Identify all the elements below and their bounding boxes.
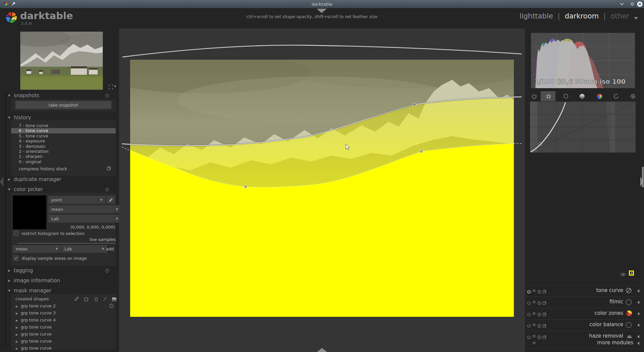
module-presets-icon[interactable]: ≡	[532, 299, 536, 304]
expand-bottom-panel-arrow[interactable]	[317, 348, 327, 352]
mask-group-row[interactable]: ▶ grp tone curve	[16, 345, 56, 352]
edited-image[interactable]	[130, 60, 514, 317]
history-item[interactable]: 0 - original	[11, 159, 116, 164]
mask-group-row[interactable]: ▶ grp tone curve	[16, 324, 56, 331]
thumbnail-zoom-dropdown-icon[interactable]: ▼	[114, 85, 116, 88]
sample-stat-dropdown[interactable]: mean▼	[13, 245, 61, 253]
module-reset-icon[interactable]	[537, 311, 541, 318]
mask-display-eye-icon[interactable]	[620, 271, 626, 278]
mask-group-row[interactable]: ▶ grp tone curve	[16, 338, 56, 345]
more-modules-row[interactable]: ≡ more modules	[525, 340, 644, 347]
history-item[interactable]: 2 - orientation	[11, 149, 116, 154]
group-tone-icon[interactable]	[579, 93, 585, 100]
tone-curve-graph[interactable]	[530, 102, 636, 153]
section-snapshots[interactable]: ▼ snapshots	[8, 93, 39, 99]
collapse-module-arrow[interactable]	[637, 324, 639, 327]
compress-history-button[interactable]: compress history stack	[11, 166, 116, 171]
group-effect-icon[interactable]	[630, 93, 636, 100]
module-reset-icon[interactable]	[537, 289, 541, 295]
history-item[interactable]: 3 - demosaic	[11, 144, 116, 149]
section-image-information[interactable]: ▶ image information	[8, 278, 60, 284]
history-item[interactable]: 1 - sharpen	[11, 154, 116, 159]
group-correct-icon[interactable]	[613, 93, 620, 100]
module-presets-icon[interactable]: ≡	[532, 334, 536, 339]
module-power-icon[interactable]	[527, 323, 531, 329]
picker-mode-dropdown[interactable]: point▼	[48, 196, 105, 204]
histogram[interactable]: 1/100 f/5,6 50mm iso 100	[531, 33, 635, 88]
section-tagging[interactable]: ▶ tagging	[8, 268, 33, 274]
module-power-icon[interactable]	[527, 300, 531, 306]
module-reset-icon[interactable]	[537, 300, 541, 306]
module-name[interactable]: haze removal	[589, 333, 623, 339]
draw-ellipse-icon[interactable]	[94, 297, 99, 303]
view-darkroom[interactable]: darkroom	[565, 12, 599, 20]
module-name[interactable]: tone curve	[596, 287, 623, 293]
module-instance-icon[interactable]	[542, 300, 546, 306]
collapse-module-arrow[interactable]	[637, 289, 639, 293]
draw-path-icon[interactable]	[103, 297, 108, 303]
views-dropdown-icon[interactable]	[634, 17, 638, 19]
thumbnail-fit-icon[interactable]	[109, 84, 113, 91]
module-power-icon[interactable]	[527, 289, 531, 295]
module-instance-icon[interactable]	[542, 311, 546, 318]
module-header-color-balance[interactable]: ≡ color balance	[525, 321, 644, 330]
history-compress-icon[interactable]	[107, 166, 111, 172]
color-picker-eyedropper-button[interactable]	[106, 196, 115, 204]
snapshots-presets-icon[interactable]	[105, 93, 109, 99]
module-instance-icon[interactable]	[542, 323, 546, 329]
module-presets-icon[interactable]: ≡	[532, 322, 536, 327]
module-presets-icon[interactable]: ≡	[532, 288, 536, 293]
maximize-button[interactable]	[629, 1, 635, 7]
group-basic-icon[interactable]	[562, 93, 569, 100]
mask-history-clock-icon[interactable]	[109, 303, 114, 309]
module-name[interactable]: color balance	[589, 321, 623, 328]
collapse-module-arrow[interactable]	[637, 301, 639, 304]
module-name[interactable]: filmic	[609, 299, 623, 305]
module-presets-icon[interactable]: ≡	[532, 311, 536, 316]
history-item-selected[interactable]: 6 - tone curve	[11, 128, 116, 133]
collapse-top-panel-arrow[interactable]	[317, 9, 327, 13]
module-header-filmic[interactable]: ≡ filmic	[525, 298, 644, 307]
picker-space-dropdown[interactable]: Lab▼	[48, 215, 121, 223]
darkroom-canvas[interactable]	[119, 28, 525, 352]
group-power-icon[interactable]	[531, 93, 537, 100]
left-panel-scrollbar[interactable]	[5, 92, 6, 347]
draw-circle-icon[interactable]	[84, 297, 89, 303]
navigation-thumbnail[interactable]	[20, 32, 103, 90]
group-color-icon[interactable]	[596, 93, 603, 100]
module-instance-icon[interactable]	[542, 289, 546, 295]
collapse-module-arrow[interactable]	[637, 335, 639, 338]
mask-group-row[interactable]: ▶ grp tone curve 4	[16, 317, 56, 324]
section-color-picker[interactable]: ▼ color picker	[8, 186, 43, 192]
draw-gradient-icon[interactable]	[112, 297, 117, 303]
restrict-histogram-checkbox[interactable]	[13, 231, 19, 236]
minimize-button[interactable]	[619, 1, 625, 7]
tagging-presets-icon[interactable]	[105, 268, 109, 274]
module-power-icon[interactable]	[527, 311, 531, 318]
close-button[interactable]	[637, 1, 643, 7]
view-other[interactable]: other	[610, 12, 629, 20]
module-reset-icon[interactable]	[537, 323, 541, 329]
draw-brush-icon[interactable]	[74, 296, 79, 303]
module-header-color-zones[interactable]: ≡ color zones	[525, 309, 644, 318]
mask-overlay-toggle-icon[interactable]	[629, 271, 634, 276]
module-header-tone-curve[interactable]: ≡ tone curve	[525, 287, 644, 295]
history-item[interactable]: 4 - exposure	[11, 138, 116, 143]
module-name[interactable]: color zones	[595, 310, 623, 316]
collapse-left-panel-arrow[interactable]	[0, 177, 3, 187]
section-duplicate-manager[interactable]: ▶ duplicate manager	[8, 176, 61, 182]
add-sample-button[interactable]: add	[106, 246, 114, 251]
take-snapshot-button[interactable]: take snapshot	[15, 101, 111, 109]
history-item[interactable]: 5 - tone curve	[11, 133, 116, 138]
picker-stat-dropdown[interactable]: mean▼	[48, 205, 121, 213]
display-samples-checkbox[interactable]: ✓	[13, 255, 19, 261]
sample-space-dropdown[interactable]: Lab▼	[61, 245, 107, 253]
group-favorites-star-icon[interactable]	[545, 93, 552, 100]
window-titlebar[interactable]: darktable	[0, 0, 644, 8]
mask-group-row[interactable]: ▶ grp tone curve 3	[16, 310, 56, 317]
view-lighttable[interactable]: lighttable	[520, 12, 553, 20]
collapse-module-arrow[interactable]	[637, 312, 639, 315]
expand-right-panel-arrow[interactable]	[640, 177, 644, 187]
mask-group-row[interactable]: ▶ grp tone curve	[16, 331, 56, 338]
section-mask-manager[interactable]: ▼ mask manager	[8, 288, 51, 294]
